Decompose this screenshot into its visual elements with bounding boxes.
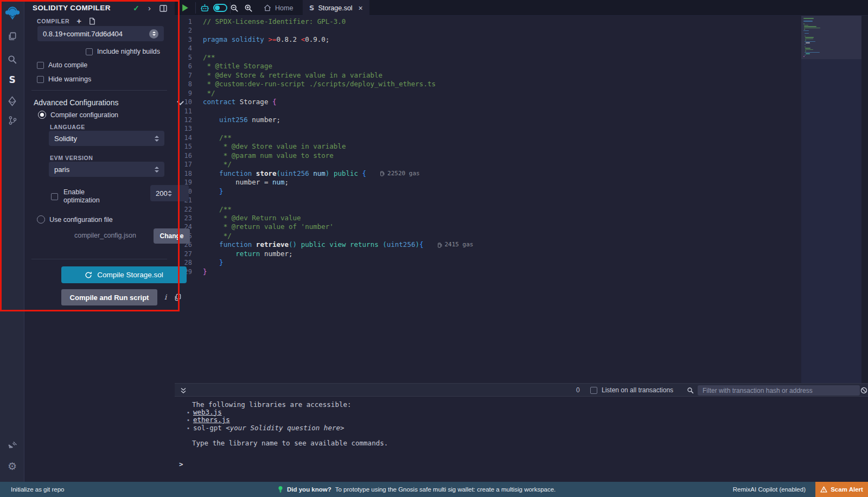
hide-warnings-checkbox[interactable] <box>37 76 44 83</box>
line-number[interactable]: 22 <box>175 205 203 214</box>
code-line[interactable]: 13 <box>175 124 868 133</box>
code-line[interactable]: 5/** <box>175 53 868 62</box>
code-line[interactable]: 29} <box>175 267 868 276</box>
line-number[interactable]: 2 <box>175 26 203 35</box>
code-line[interactable]: 3pragma solidity >=0.8.2 <0.9.0; <box>175 35 868 44</box>
add-compiler-icon[interactable]: + <box>76 18 81 24</box>
line-number[interactable]: 1 <box>175 17 203 26</box>
sidebar-item-file-explorer[interactable] <box>0 28 24 44</box>
code-line[interactable]: 15 * @dev Store value in variable <box>175 142 868 151</box>
optimization-runs-input[interactable]: 200 <box>150 185 189 201</box>
line-number[interactable]: 23 <box>175 214 203 222</box>
include-nightly-checkbox[interactable] <box>86 48 93 55</box>
close-tab-icon[interactable]: × <box>359 4 363 12</box>
run-script-button[interactable] <box>178 0 192 16</box>
copy-icon[interactable] <box>174 294 181 301</box>
ai-copilot-button[interactable] <box>197 0 212 16</box>
code-editor[interactable]: 1// SPDX-License-Identifier: GPL-3.023pr… <box>175 16 868 383</box>
code-line[interactable]: 21 <box>175 196 868 205</box>
code-line[interactable]: 7 * @dev Store & retrieve value in a var… <box>175 71 868 80</box>
zoom-out-button[interactable] <box>227 0 242 16</box>
sidebar-item-deploy-run[interactable] <box>0 93 24 109</box>
code-line[interactable]: 1// SPDX-License-Identifier: GPL-3.0 <box>175 17 868 26</box>
line-number[interactable]: 27 <box>175 250 203 258</box>
sidebar-item-git[interactable] <box>0 112 24 129</box>
code-line[interactable]: 9 */ <box>175 89 868 98</box>
line-number[interactable]: 13 <box>175 124 203 133</box>
code-line[interactable]: 18 function store(uint256 num) public {2… <box>175 169 868 178</box>
gas-estimate-badge[interactable]: 22520 gas <box>380 169 420 178</box>
code-line[interactable]: 19 number = num; <box>175 178 868 187</box>
enable-optimization-checkbox[interactable] <box>51 193 58 200</box>
language-select[interactable]: Solidity <box>49 131 164 146</box>
auto-compile-checkbox[interactable] <box>37 62 44 69</box>
code-line[interactable]: 14 /** <box>175 133 868 142</box>
compiler-configuration-radio[interactable] <box>38 111 46 119</box>
compiler-version-select[interactable]: 0.8.19+commit.7dd6d404 <box>37 26 164 41</box>
clear-console-button[interactable] <box>860 384 868 397</box>
library-link[interactable]: ethers.js <box>193 416 230 424</box>
code-line[interactable]: 2 <box>175 26 868 35</box>
listen-transactions-checkbox[interactable] <box>590 387 597 394</box>
line-number[interactable]: 8 <box>175 80 203 88</box>
library-link[interactable]: web3.js <box>193 408 222 416</box>
scam-alert-badge[interactable]: Scam Alert <box>815 482 868 497</box>
sidebar-item-settings[interactable]: ⚙ <box>0 458 24 474</box>
tab-home[interactable]: Home <box>257 0 299 16</box>
line-number[interactable]: 6 <box>175 62 203 71</box>
remix-logo[interactable] <box>0 3 24 23</box>
gas-estimate-badge[interactable]: 2415 gas <box>438 240 474 249</box>
expand-terminal-button[interactable] <box>177 384 190 397</box>
sidebar-item-search[interactable] <box>0 51 24 67</box>
transaction-filter-input[interactable] <box>698 385 860 396</box>
code-line[interactable]: 24 * @return value of 'number' <box>175 222 868 231</box>
forward-chevron-icon[interactable]: › <box>148 5 151 11</box>
line-number[interactable]: 16 <box>175 151 203 160</box>
terminal-prompt[interactable]: > <box>179 460 183 468</box>
info-icon[interactable]: i <box>164 293 167 301</box>
open-file-icon[interactable] <box>88 17 95 25</box>
code-line[interactable]: 16 * @param num value to store <box>175 151 868 160</box>
split-panel-icon[interactable] <box>159 5 167 12</box>
evm-version-select[interactable]: paris <box>49 162 164 177</box>
code-line[interactable]: 17 */ <box>175 160 868 169</box>
compile-and-run-button[interactable]: Compile and Run script <box>61 289 157 305</box>
use-config-file-radio[interactable] <box>37 215 45 224</box>
line-number[interactable]: 9 <box>175 89 203 98</box>
code-line[interactable]: 4 <box>175 44 868 53</box>
copilot-status[interactable]: RemixAI Copilot (enabled) <box>733 486 806 493</box>
line-number[interactable]: 17 <box>175 160 203 169</box>
code-line[interactable]: 12 uint256 number; <box>175 116 868 124</box>
advanced-configurations-title[interactable]: Advanced Configurations <box>34 98 118 107</box>
editor-scrollbar-track[interactable] <box>861 16 868 383</box>
minimap[interactable] <box>801 16 861 383</box>
line-number[interactable]: 3 <box>175 35 203 44</box>
code-line[interactable]: 25 */ <box>175 232 868 240</box>
line-number[interactable]: 14 <box>175 133 203 142</box>
zoom-in-button[interactable] <box>241 0 256 16</box>
sidebar-item-plugin-manager[interactable] <box>0 437 24 454</box>
line-number[interactable]: 18 <box>175 169 203 178</box>
code-line[interactable]: 26 function retrieve() public view retur… <box>175 240 868 249</box>
code-line[interactable]: 11 <box>175 107 868 116</box>
line-number[interactable]: 7 <box>175 71 203 80</box>
code-line[interactable]: 27 return number; <box>175 250 868 258</box>
change-config-button[interactable]: Change <box>154 228 190 244</box>
code-line[interactable]: 20 } <box>175 187 868 196</box>
code-line[interactable]: 8 * @custom:dev-run-script ./scripts/dep… <box>175 80 868 88</box>
code-line[interactable]: 10contract Storage { <box>175 98 868 106</box>
line-number[interactable]: 4 <box>175 44 203 53</box>
code-line[interactable]: 23 * @dev Return value <box>175 214 868 222</box>
terminal-output[interactable]: The following libraries are accessible:•… <box>175 397 868 482</box>
compile-button[interactable]: Compile Storage.sol <box>61 266 187 283</box>
sidebar-item-solidity-compiler[interactable]: S <box>0 72 24 88</box>
tab-storage-sol[interactable]: S Storage.sol × <box>303 0 369 16</box>
line-number[interactable]: 5 <box>175 53 203 62</box>
line-number[interactable]: 15 <box>175 142 203 151</box>
git-init-button[interactable]: Initialize as git repo <box>11 486 64 493</box>
code-line[interactable]: 6 * @title Storage <box>175 62 868 71</box>
line-number[interactable]: 11 <box>175 107 203 116</box>
code-line[interactable]: 22 /** <box>175 205 868 214</box>
line-number[interactable]: 12 <box>175 116 203 124</box>
code-line[interactable]: 28 } <box>175 258 868 267</box>
